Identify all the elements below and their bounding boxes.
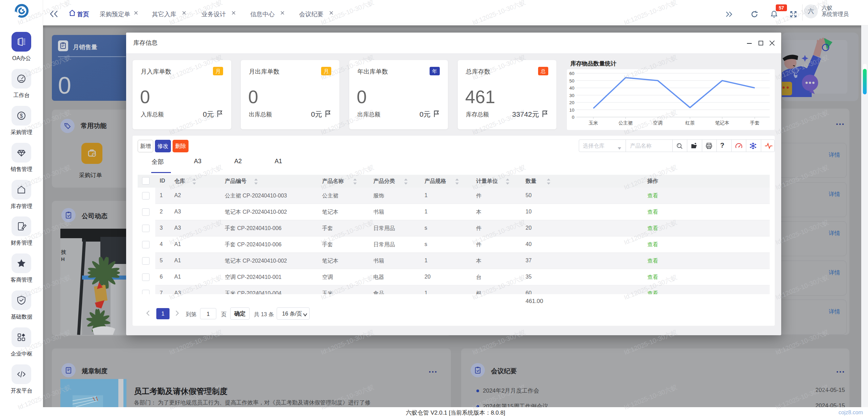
svg-text:50: 50	[569, 78, 574, 83]
svg-text:笔记本: 笔记本	[715, 120, 729, 126]
svg-text:10: 10	[569, 108, 574, 113]
svg-text:玉米: 玉米	[589, 120, 598, 126]
svg-text:手套: 手套	[750, 120, 760, 126]
svg-text:红茶: 红茶	[685, 120, 695, 126]
svg-text:0: 0	[572, 115, 574, 120]
svg-text:$: $	[20, 113, 23, 119]
svg-text:60: 60	[569, 71, 574, 76]
svg-text:空调: 空调	[653, 120, 663, 126]
svg-text:30: 30	[569, 93, 574, 98]
svg-text:公主裙: 公主裙	[618, 120, 633, 126]
svg-text:40: 40	[569, 86, 574, 91]
svg-text:20: 20	[569, 100, 574, 105]
